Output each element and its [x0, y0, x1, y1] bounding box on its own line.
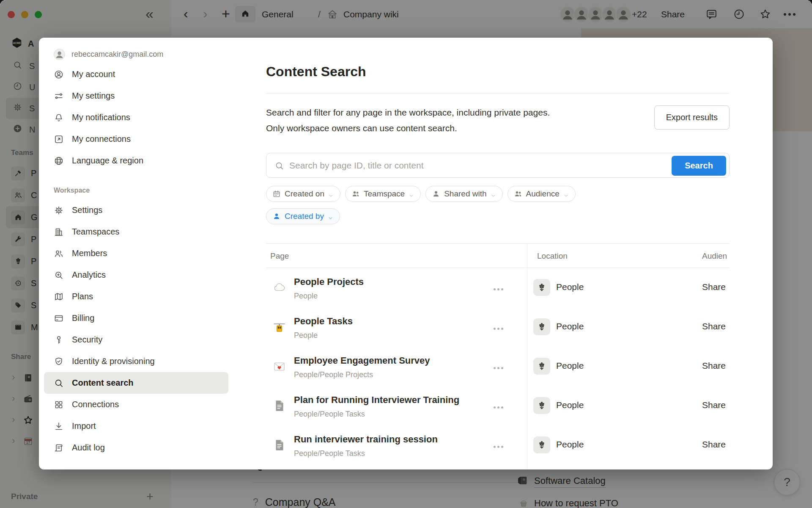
- filter-chip-created-by[interactable]: Created by: [266, 208, 340, 224]
- results-table: Page Location Audien People ProjectsPeop…: [266, 243, 730, 469]
- filter-chip-label: Created by: [285, 212, 324, 221]
- settings-nav-label: Analytics: [72, 270, 106, 280]
- search-icon: [274, 161, 284, 171]
- row-audience: Share: [702, 361, 726, 371]
- row-page-path: People/People Projects: [294, 370, 373, 379]
- audit-icon: [54, 443, 64, 453]
- settings-nav-label: Members: [72, 248, 107, 258]
- chevron-down-icon: [409, 191, 414, 197]
- arrow-box-icon: [54, 134, 64, 144]
- row-actions-icon[interactable]: [492, 405, 505, 410]
- settings-nav-teamspaces[interactable]: Teamspaces: [44, 221, 228, 243]
- search-bar: Search: [266, 153, 730, 178]
- search-input[interactable]: [289, 154, 661, 177]
- settings-nav-connections[interactable]: Connections: [44, 394, 228, 415]
- filter-chip-shared-with[interactable]: Shared with: [425, 186, 502, 202]
- settings-nav-label: Language & region: [72, 156, 143, 166]
- page-icon: [273, 439, 286, 452]
- filter-chip-label: Teamspace: [364, 189, 405, 199]
- row-actions-icon[interactable]: [492, 287, 505, 292]
- sliders-icon: [54, 91, 64, 101]
- settings-modal: rebeccamcakir@gmail.com My accountMy set…: [39, 38, 773, 469]
- description: Search and filter for any page in the wo…: [266, 105, 550, 136]
- filter-chip-label: Audience: [526, 189, 560, 199]
- settings-nav-label: Identity & provisioning: [72, 356, 155, 366]
- settings-nav-label: Import: [72, 421, 96, 431]
- settings-nav-members[interactable]: Members: [44, 243, 228, 264]
- account-email: rebeccamcakir@gmail.com: [71, 50, 163, 59]
- analytics-icon: [54, 270, 64, 280]
- settings-nav-analytics[interactable]: Analytics: [44, 264, 228, 286]
- bell-icon: [54, 113, 64, 123]
- map-icon: [54, 292, 64, 302]
- aerial-tramway-icon: [273, 320, 286, 334]
- row-audience: Share: [702, 400, 726, 410]
- settings-nav-my-account[interactable]: My account: [44, 64, 228, 85]
- cloud-icon: [273, 281, 286, 294]
- grid4-icon: [54, 400, 64, 410]
- notion-window: « ‹ › + General / Company wiki +22 Share…: [0, 0, 812, 508]
- row-page-path: People/People Tasks: [294, 449, 365, 458]
- row-actions-icon[interactable]: [492, 365, 505, 371]
- settings-nav-label: Plans: [72, 292, 93, 301]
- settings-nav-label: My connections: [72, 134, 131, 144]
- row-actions-icon[interactable]: [492, 326, 505, 331]
- settings-nav-language-region[interactable]: Language & region: [44, 150, 228, 171]
- settings-nav-import[interactable]: Import: [44, 415, 228, 437]
- settings-nav-label: My settings: [72, 91, 115, 101]
- settings-nav-label: Content search: [72, 378, 134, 388]
- settings-nav-content-search[interactable]: Content search: [44, 372, 228, 394]
- row-page-title: Run interviewer training session: [294, 434, 438, 445]
- shield-check-icon: [54, 356, 64, 367]
- globe-icon: [54, 156, 64, 166]
- settings-nav-label: My notifications: [72, 113, 130, 122]
- teamspace-flower-icon: [533, 358, 550, 375]
- row-audience: Share: [702, 439, 726, 450]
- filter-chip-label: Shared with: [444, 189, 486, 199]
- settings-nav-settings[interactable]: Settings: [44, 199, 228, 221]
- teamspace-flower-icon: [533, 397, 550, 414]
- page-title: Content Search: [266, 64, 366, 80]
- page-icon: [273, 399, 286, 412]
- settings-nav-my-settings[interactable]: My settings: [44, 85, 228, 107]
- table-row-plan-for-running-interviewer-training[interactable]: Plan for Running Interviewer TrainingPeo…: [266, 386, 730, 425]
- settings-nav-security[interactable]: Security: [44, 329, 228, 351]
- table-header: Page Location Audien: [266, 244, 730, 268]
- account-header: rebeccamcakir@gmail.com: [39, 45, 233, 64]
- settings-nav-my-notifications[interactable]: My notifications: [44, 107, 228, 128]
- row-actions-icon[interactable]: [492, 444, 505, 450]
- table-row-people-tasks[interactable]: People TasksPeoplePeopleShare: [266, 307, 730, 347]
- row-page-title: Plan for Running Interviewer Training: [294, 395, 459, 406]
- settings-nav-plans[interactable]: Plans: [44, 286, 228, 307]
- teamspace-flower-icon: [533, 436, 550, 453]
- settings-nav-label: Security: [72, 335, 102, 345]
- search-button[interactable]: Search: [672, 156, 726, 176]
- teamspace-flower-icon: [533, 318, 550, 335]
- column-header-audience: Audien: [702, 244, 727, 268]
- row-location: People: [556, 282, 584, 292]
- chevron-down-icon: [491, 191, 496, 197]
- search-icon: [54, 378, 64, 388]
- filter-chip-teamspace[interactable]: Teamspace: [345, 186, 421, 202]
- content-search-panel: Content Search Search and filter for any…: [266, 38, 730, 469]
- settings-nav-billing[interactable]: Billing: [44, 307, 228, 329]
- export-results-button[interactable]: Export results: [654, 105, 730, 130]
- settings-nav-identity-provisioning[interactable]: Identity & provisioning: [44, 351, 228, 372]
- filter-chip-audience[interactable]: Audience: [508, 186, 576, 202]
- row-location: People: [556, 321, 584, 331]
- row-page-title: People Tasks: [294, 316, 353, 327]
- card-icon: [54, 313, 64, 323]
- settings-nav-label: Teamspaces: [72, 227, 119, 237]
- table-row-run-interviewer-training-session[interactable]: Run interviewer training sessionPeople/P…: [266, 425, 730, 465]
- settings-nav-label: Connections: [72, 400, 119, 409]
- settings-nav-my-connections[interactable]: My connections: [44, 128, 228, 150]
- settings-nav-audit-log[interactable]: Audit log: [44, 437, 228, 458]
- filter-chip-created-on[interactable]: Created on: [266, 186, 340, 202]
- table-row-employee-engagement-survey[interactable]: Employee Engagement SurveyPeople/People …: [266, 347, 730, 386]
- teamspace-flower-icon: [533, 279, 550, 296]
- table-row-people-projects[interactable]: People ProjectsPeoplePeopleShare: [266, 268, 730, 307]
- filter-chip-label: Created on: [285, 189, 324, 199]
- column-header-location: Location: [537, 244, 568, 268]
- import-icon: [54, 421, 64, 431]
- filter-chips: Created onTeamspaceShared withAudienceCr…: [266, 186, 596, 224]
